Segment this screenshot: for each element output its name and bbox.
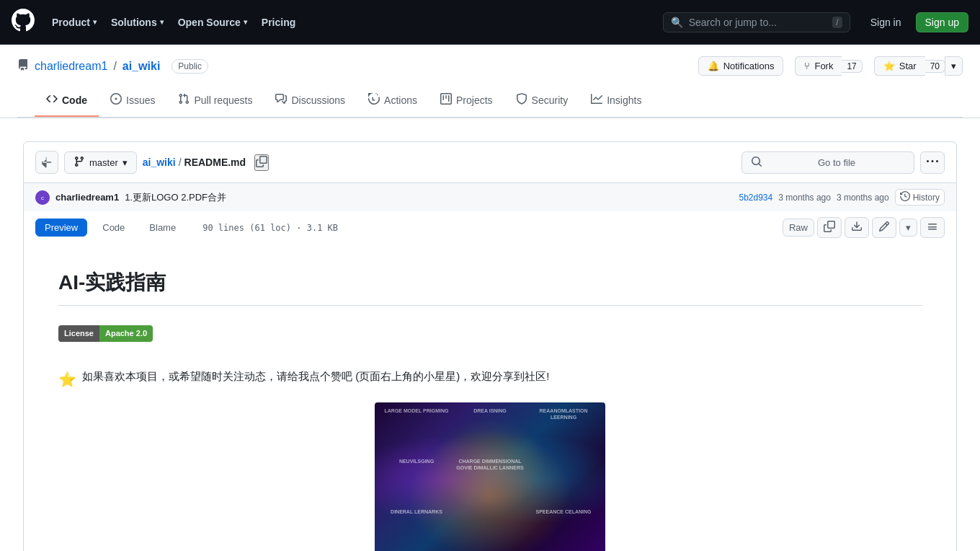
content-title: AI-实践指南 [58, 267, 922, 306]
image-label-6: DINERAL LERNARKS [380, 509, 453, 551]
image-label-2: REAANOMLASTION LEERNING [527, 408, 600, 457]
bell-icon: 🔔 [708, 61, 719, 71]
image-label-0: LARGE MODEL PRIGMING [380, 408, 453, 457]
goto-file-button[interactable]: Go to file [741, 151, 914, 174]
issues-icon [110, 93, 122, 107]
file-metadata: 90 lines (61 loc) · 3.1 KB [202, 223, 338, 233]
star-emoji: ⭐ [58, 368, 76, 391]
tab-code[interactable]: Code [35, 84, 99, 117]
repo-tabs: Code Issues Pull requests Discussions Ac… [17, 84, 963, 118]
repo-type-icon [17, 59, 29, 74]
code-icon [46, 93, 58, 107]
star-dropdown-button[interactable]: ▾ [945, 56, 963, 76]
projects-icon [440, 93, 452, 107]
blame-tab-button[interactable]: Blame [140, 219, 185, 237]
fork-button[interactable]: ⑂ Fork [795, 56, 842, 76]
star-button[interactable]: ⭐ Star [874, 56, 925, 76]
pull-request-icon [178, 93, 190, 107]
nav-opensource[interactable]: Open Source ▾ [172, 12, 253, 32]
chevron-down-icon: ▾ [93, 18, 97, 26]
nav-product[interactable]: Product ▾ [46, 12, 102, 32]
file-header-right: Go to file [741, 151, 945, 174]
discussions-icon [275, 93, 287, 107]
repo-owner-link[interactable]: charliedream1 [35, 60, 107, 73]
download-button[interactable] [845, 217, 869, 238]
preview-tab-button[interactable]: Preview [35, 219, 87, 237]
search-bar[interactable]: 🔍 Search or jump to... / [663, 12, 850, 32]
commit-info-row: c charliedream1 1.更新LOGO 2.PDF合并 5b2d934… [23, 183, 957, 211]
signin-button[interactable]: Sign in [862, 12, 910, 32]
branch-icon [74, 156, 85, 169]
copy-raw-button[interactable] [817, 217, 842, 238]
file-view-toolbar: Preview Code Blame 90 lines (61 loc) · 3… [23, 211, 957, 244]
edit-button[interactable] [872, 217, 896, 238]
commit-time: 3 months ago [778, 193, 831, 203]
history-icon [900, 191, 910, 203]
tab-issues[interactable]: Issues [99, 84, 166, 117]
insights-icon [591, 93, 602, 107]
auth-buttons: Sign in Sign up [862, 12, 968, 32]
search-icon: 🔍 [671, 17, 683, 28]
file-toolbar-right: Raw ▾ [783, 217, 945, 238]
search-icon [751, 156, 762, 169]
repo-action-buttons: 🔔 Notifications ⑂ Fork 17 ⭐ Star 70 ▾ [698, 56, 963, 76]
image-label-8: SPEEANCE CELANING [527, 509, 600, 551]
sidebar-toggle-button[interactable] [35, 151, 58, 174]
commit-message: 1.更新LOGO 2.PDF合并 [125, 191, 226, 204]
search-shortcut: / [832, 17, 842, 28]
image-label-3: NEUVILSGING [380, 459, 453, 508]
image-label-1: DREA ISNING [454, 408, 526, 457]
actions-icon [368, 93, 380, 107]
raw-button[interactable]: Raw [783, 219, 814, 237]
file-browser-header: master ▾ ai_wiki / README.md Go to file [23, 141, 957, 183]
image-label-4: CHARGE DIMMENSIONAL GOVIE DIMALLIC LANNE… [454, 459, 526, 508]
breadcrumb-file: README.md [184, 157, 246, 168]
content-description: ⭐ 如果喜欢本项目，或希望随时关注动态，请给我点个赞吧 (页面右上角的小星星)，… [58, 368, 922, 391]
commit-hash-link[interactable]: 5b2d934 [739, 193, 773, 203]
tab-security[interactable]: Security [504, 84, 580, 117]
chevron-down-icon: ▾ [122, 157, 128, 168]
breadcrumb-root[interactable]: ai_wiki [143, 157, 176, 168]
tab-actions[interactable]: Actions [357, 84, 429, 117]
star-icon: ⭐ [883, 61, 895, 71]
tab-discussions[interactable]: Discussions [264, 84, 357, 117]
repo-name-link[interactable]: ai_wiki [122, 60, 160, 73]
author-avatar: c [35, 190, 50, 205]
branch-selector[interactable]: master ▾ [64, 151, 137, 174]
copy-path-button[interactable] [254, 154, 269, 171]
chevron-down-icon: ▾ [160, 18, 164, 26]
signup-button[interactable]: Sign up [916, 12, 968, 32]
chevron-down-icon: ▾ [244, 18, 247, 26]
file-content-area: AI-实践指南 License Apache 2.0 ⭐ 如果喜欢本项目，或希望… [23, 244, 957, 551]
nav-pricing[interactable]: Pricing [256, 12, 301, 32]
github-logo[interactable] [12, 9, 35, 36]
fork-icon: ⑂ [804, 61, 810, 71]
nav-solutions[interactable]: Solutions ▾ [105, 12, 169, 32]
commit-metadata: 5b2d934 3 months ago 3 months ago Histor… [739, 189, 945, 206]
history-button[interactable]: History [895, 189, 945, 206]
breadcrumb: ai_wiki / README.md [143, 157, 246, 168]
svg-text:c: c [41, 195, 44, 201]
repo-visibility-badge: Public [172, 59, 208, 74]
tab-projects[interactable]: Projects [429, 84, 504, 117]
more-options-button[interactable] [920, 151, 945, 174]
toggle-list-button[interactable] [920, 217, 945, 238]
repo-path-separator: / [113, 60, 116, 73]
notifications-button[interactable]: 🔔 Notifications [698, 56, 784, 76]
top-navigation: Product ▾ Solutions ▾ Open Source ▾ Pric… [0, 0, 980, 45]
content-image: LARGE MODEL PRIGMING DREA ISNING REAANOM… [375, 402, 605, 551]
license-badge: License Apache 2.0 [58, 325, 153, 343]
tab-insights[interactable]: Insights [579, 84, 653, 117]
image-label-7 [454, 509, 526, 551]
markdown-content: AI-实践指南 License Apache 2.0 ⭐ 如果喜欢本项目，或希望… [24, 244, 956, 551]
code-tab-button[interactable]: Code [93, 219, 134, 237]
security-icon [516, 93, 527, 107]
fork-count: 17 [842, 60, 862, 73]
tab-pullrequests[interactable]: Pull requests [166, 84, 264, 117]
star-count: 70 [925, 60, 945, 73]
commit-author-link[interactable]: charliedream1 [55, 192, 119, 203]
image-label-5 [527, 459, 600, 508]
more-file-options-button[interactable]: ▾ [899, 219, 917, 237]
nav-links: Product ▾ Solutions ▾ Open Source ▾ Pric… [46, 12, 301, 32]
